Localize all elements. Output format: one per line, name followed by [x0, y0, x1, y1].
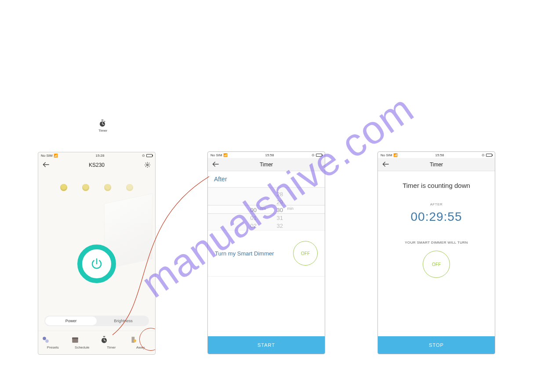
segment-power[interactable]: Power: [45, 316, 97, 325]
gear-icon: [144, 162, 151, 168]
intro-timer-label: Timer: [98, 129, 107, 133]
back-button[interactable]: [212, 161, 219, 167]
stopwatch-icon: [98, 119, 106, 127]
start-button[interactable]: START: [208, 336, 325, 354]
countdown-heading: Timer is counting down: [382, 182, 490, 189]
page-title: Timer: [430, 162, 443, 168]
svg-rect-7: [72, 338, 78, 339]
duration-picker[interactable]: -------- 00 01 02 hrs ---- 28 29 30 31 3…: [208, 187, 325, 230]
tab-away[interactable]: Away: [130, 336, 152, 349]
tab-label: Schedule: [71, 345, 93, 349]
page-title: KS230: [89, 162, 105, 168]
mode-segment[interactable]: Power Brightness: [44, 316, 149, 326]
battery-icon: [146, 154, 152, 157]
page-title: Timer: [260, 162, 273, 168]
preset-dot[interactable]: [126, 184, 133, 191]
nav-header: Timer: [208, 158, 325, 171]
stop-button[interactable]: STOP: [378, 336, 495, 354]
svg-point-5: [46, 339, 49, 343]
hours-column[interactable]: -------- 00 01 02 hrs: [240, 188, 266, 230]
tab-label: Timer: [100, 345, 122, 349]
status-bar: No SIM 📶 15:58 ⊙: [378, 152, 495, 158]
calendar-icon: [71, 336, 79, 344]
preset-dot[interactable]: [60, 184, 67, 191]
svg-rect-8: [103, 336, 105, 337]
countdown-value: 00:29:55: [382, 210, 490, 224]
svg-point-4: [43, 337, 47, 340]
tab-bar: Presets Schedule Timer Away: [38, 331, 155, 354]
stopwatch-icon: [100, 336, 108, 344]
presets-icon: [42, 336, 50, 344]
alarm-icon: ⊙: [142, 154, 145, 158]
segment-brightness[interactable]: Brightness: [98, 316, 149, 326]
minutes-column[interactable]: ---- 28 29 30 31 32 min: [266, 188, 293, 230]
alarm-icon: ⊙: [312, 153, 315, 157]
clock-label: 15:58: [265, 153, 274, 157]
wifi-icon: 📶: [393, 153, 398, 157]
wifi-icon: 📶: [54, 154, 58, 158]
nav-header: Timer: [378, 158, 495, 171]
svg-point-3: [147, 164, 149, 166]
carrier-label: No SIM 📶: [210, 153, 228, 157]
battery-icon: [486, 154, 492, 157]
preset-dot[interactable]: [82, 184, 89, 191]
carrier-label: No SIM 📶: [41, 154, 58, 158]
action-state[interactable]: OFF: [423, 251, 450, 278]
phone-device-screen: No SIM 📶 15:28 ⊙ KS230 Power Brightness …: [38, 152, 156, 355]
after-label: AFTER: [382, 202, 490, 206]
away-icon: [130, 336, 138, 344]
back-button[interactable]: [382, 161, 389, 167]
status-bar: No SIM 📶 15:28 ⊙: [38, 152, 155, 158]
action-toggle[interactable]: OFF: [293, 241, 318, 266]
wifi-icon: 📶: [223, 153, 228, 157]
svg-point-11: [134, 339, 136, 342]
turn-action-row: Turn my Smart Dimmer OFF: [208, 230, 325, 277]
back-button[interactable]: [43, 162, 50, 168]
nav-header: KS230: [38, 158, 155, 172]
power-icon: [90, 257, 103, 270]
carrier-label: No SIM 📶: [381, 153, 398, 157]
svg-line-2: [105, 121, 105, 122]
svg-rect-0: [102, 120, 104, 121]
intro-timer-icon-block: Timer: [98, 119, 107, 133]
phone-timer-config: No SIM 📶 15:58 ⊙ Timer After -------- 00…: [207, 151, 325, 354]
tab-presets[interactable]: Presets: [42, 336, 64, 349]
settings-button[interactable]: [144, 162, 151, 168]
tab-timer[interactable]: Timer: [100, 336, 122, 349]
hrs-unit: hrs: [260, 206, 266, 211]
min-unit: min: [287, 206, 294, 211]
after-section-label: After: [208, 171, 325, 187]
status-bar: No SIM 📶 15:58 ⊙: [208, 152, 325, 158]
will-turn-label: YOUR SMART DIMMER WILL TURN: [382, 241, 490, 245]
turn-text: Turn my Smart Dimmer: [215, 250, 274, 257]
tab-label: Away: [130, 345, 152, 349]
phone-timer-countdown: No SIM 📶 15:58 ⊙ Timer Timer is counting…: [377, 151, 495, 354]
preset-dots-row: [38, 172, 155, 195]
tab-schedule[interactable]: Schedule: [71, 336, 93, 349]
preset-dot[interactable]: [104, 184, 111, 191]
clock-label: 15:28: [95, 154, 104, 158]
alarm-icon: ⊙: [482, 153, 485, 157]
battery-icon: [316, 154, 322, 157]
power-button[interactable]: [77, 245, 116, 283]
tab-label: Presets: [42, 345, 64, 349]
clock-label: 15:58: [435, 153, 444, 157]
